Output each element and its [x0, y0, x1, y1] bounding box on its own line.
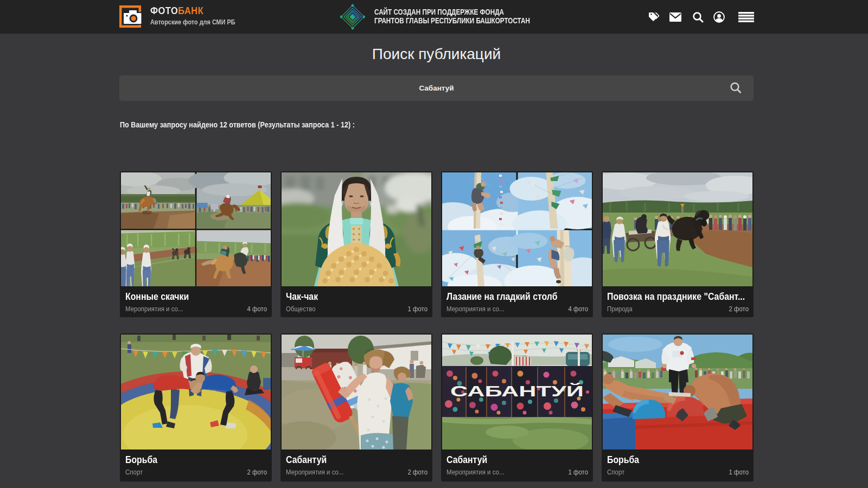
svg-text:САБАНТУЙ: САБАНТУЙ	[450, 383, 584, 400]
